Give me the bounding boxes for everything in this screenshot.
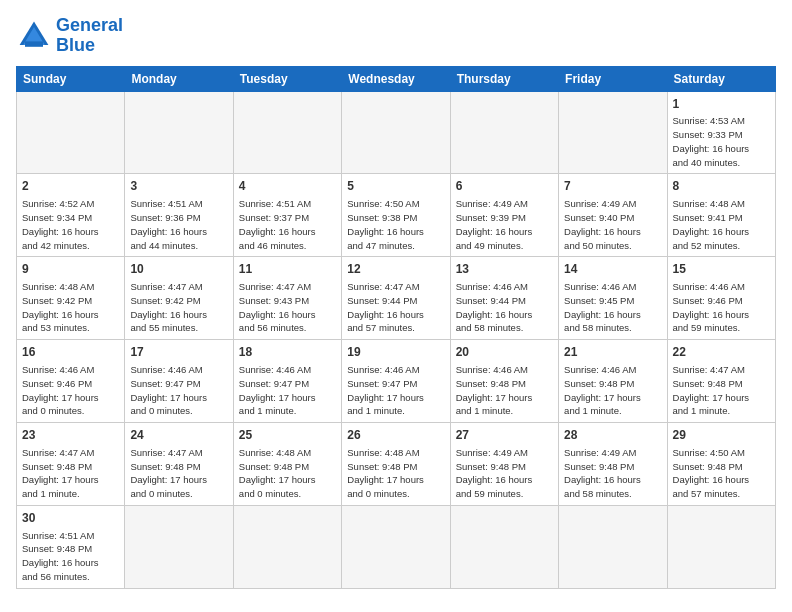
day-info: Sunrise: 4:47 AM Sunset: 9:42 PM Dayligh…	[130, 280, 227, 335]
calendar-cell: 19Sunrise: 4:46 AM Sunset: 9:47 PM Dayli…	[342, 340, 450, 423]
calendar-cell: 5Sunrise: 4:50 AM Sunset: 9:38 PM Daylig…	[342, 174, 450, 257]
day-info: Sunrise: 4:53 AM Sunset: 9:33 PM Dayligh…	[673, 114, 770, 169]
day-number: 25	[239, 427, 336, 444]
calendar-cell: 27Sunrise: 4:49 AM Sunset: 9:48 PM Dayli…	[450, 423, 558, 506]
day-number: 2	[22, 178, 119, 195]
day-info: Sunrise: 4:47 AM Sunset: 9:48 PM Dayligh…	[673, 363, 770, 418]
day-info: Sunrise: 4:46 AM Sunset: 9:47 PM Dayligh…	[347, 363, 444, 418]
calendar-cell	[233, 91, 341, 174]
day-info: Sunrise: 4:48 AM Sunset: 9:42 PM Dayligh…	[22, 280, 119, 335]
day-number: 18	[239, 344, 336, 361]
day-number: 4	[239, 178, 336, 195]
day-info: Sunrise: 4:47 AM Sunset: 9:48 PM Dayligh…	[130, 446, 227, 501]
day-info: Sunrise: 4:46 AM Sunset: 9:48 PM Dayligh…	[456, 363, 553, 418]
calendar-cell: 16Sunrise: 4:46 AM Sunset: 9:46 PM Dayli…	[17, 340, 125, 423]
day-info: Sunrise: 4:49 AM Sunset: 9:48 PM Dayligh…	[564, 446, 661, 501]
day-number: 14	[564, 261, 661, 278]
day-info: Sunrise: 4:46 AM Sunset: 9:46 PM Dayligh…	[673, 280, 770, 335]
day-info: Sunrise: 4:46 AM Sunset: 9:44 PM Dayligh…	[456, 280, 553, 335]
day-info: Sunrise: 4:50 AM Sunset: 9:48 PM Dayligh…	[673, 446, 770, 501]
day-number: 19	[347, 344, 444, 361]
day-info: Sunrise: 4:46 AM Sunset: 9:47 PM Dayligh…	[239, 363, 336, 418]
calendar-cell: 12Sunrise: 4:47 AM Sunset: 9:44 PM Dayli…	[342, 257, 450, 340]
day-number: 12	[347, 261, 444, 278]
weekday-header-monday: Monday	[125, 66, 233, 91]
calendar-week-row: 23Sunrise: 4:47 AM Sunset: 9:48 PM Dayli…	[17, 423, 776, 506]
day-number: 20	[456, 344, 553, 361]
calendar-week-row: 9Sunrise: 4:48 AM Sunset: 9:42 PM Daylig…	[17, 257, 776, 340]
calendar-cell: 25Sunrise: 4:48 AM Sunset: 9:48 PM Dayli…	[233, 423, 341, 506]
calendar-cell: 28Sunrise: 4:49 AM Sunset: 9:48 PM Dayli…	[559, 423, 667, 506]
weekday-header-row: SundayMondayTuesdayWednesdayThursdayFrid…	[17, 66, 776, 91]
weekday-header-saturday: Saturday	[667, 66, 775, 91]
calendar-week-row: 30Sunrise: 4:51 AM Sunset: 9:48 PM Dayli…	[17, 505, 776, 588]
calendar-cell: 15Sunrise: 4:46 AM Sunset: 9:46 PM Dayli…	[667, 257, 775, 340]
day-info: Sunrise: 4:46 AM Sunset: 9:45 PM Dayligh…	[564, 280, 661, 335]
calendar-cell	[450, 505, 558, 588]
day-info: Sunrise: 4:47 AM Sunset: 9:43 PM Dayligh…	[239, 280, 336, 335]
day-info: Sunrise: 4:51 AM Sunset: 9:48 PM Dayligh…	[22, 529, 119, 584]
day-info: Sunrise: 4:52 AM Sunset: 9:34 PM Dayligh…	[22, 197, 119, 252]
calendar-cell: 20Sunrise: 4:46 AM Sunset: 9:48 PM Dayli…	[450, 340, 558, 423]
calendar-cell	[233, 505, 341, 588]
day-number: 15	[673, 261, 770, 278]
calendar-cell: 8Sunrise: 4:48 AM Sunset: 9:41 PM Daylig…	[667, 174, 775, 257]
day-info: Sunrise: 4:50 AM Sunset: 9:38 PM Dayligh…	[347, 197, 444, 252]
calendar-cell: 6Sunrise: 4:49 AM Sunset: 9:39 PM Daylig…	[450, 174, 558, 257]
calendar-cell: 1Sunrise: 4:53 AM Sunset: 9:33 PM Daylig…	[667, 91, 775, 174]
calendar-cell: 21Sunrise: 4:46 AM Sunset: 9:48 PM Dayli…	[559, 340, 667, 423]
day-number: 1	[673, 96, 770, 113]
day-number: 16	[22, 344, 119, 361]
day-number: 23	[22, 427, 119, 444]
weekday-header-tuesday: Tuesday	[233, 66, 341, 91]
calendar-cell	[559, 505, 667, 588]
logo-text: GeneralBlue	[56, 16, 123, 56]
day-number: 8	[673, 178, 770, 195]
day-number: 9	[22, 261, 119, 278]
calendar-cell: 3Sunrise: 4:51 AM Sunset: 9:36 PM Daylig…	[125, 174, 233, 257]
logo-icon	[16, 18, 52, 54]
calendar-cell	[342, 505, 450, 588]
svg-rect-2	[25, 41, 43, 46]
calendar-cell	[450, 91, 558, 174]
weekday-header-friday: Friday	[559, 66, 667, 91]
calendar-cell: 18Sunrise: 4:46 AM Sunset: 9:47 PM Dayli…	[233, 340, 341, 423]
day-info: Sunrise: 4:48 AM Sunset: 9:41 PM Dayligh…	[673, 197, 770, 252]
calendar-cell	[17, 91, 125, 174]
day-info: Sunrise: 4:48 AM Sunset: 9:48 PM Dayligh…	[239, 446, 336, 501]
calendar-cell: 22Sunrise: 4:47 AM Sunset: 9:48 PM Dayli…	[667, 340, 775, 423]
calendar-cell: 14Sunrise: 4:46 AM Sunset: 9:45 PM Dayli…	[559, 257, 667, 340]
day-number: 5	[347, 178, 444, 195]
day-number: 26	[347, 427, 444, 444]
calendar-cell: 10Sunrise: 4:47 AM Sunset: 9:42 PM Dayli…	[125, 257, 233, 340]
calendar-cell: 29Sunrise: 4:50 AM Sunset: 9:48 PM Dayli…	[667, 423, 775, 506]
day-number: 11	[239, 261, 336, 278]
calendar-cell: 4Sunrise: 4:51 AM Sunset: 9:37 PM Daylig…	[233, 174, 341, 257]
calendar-cell: 26Sunrise: 4:48 AM Sunset: 9:48 PM Dayli…	[342, 423, 450, 506]
calendar-cell: 24Sunrise: 4:47 AM Sunset: 9:48 PM Dayli…	[125, 423, 233, 506]
day-number: 3	[130, 178, 227, 195]
calendar-cell: 30Sunrise: 4:51 AM Sunset: 9:48 PM Dayli…	[17, 505, 125, 588]
day-number: 7	[564, 178, 661, 195]
weekday-header-sunday: Sunday	[17, 66, 125, 91]
calendar-cell: 13Sunrise: 4:46 AM Sunset: 9:44 PM Dayli…	[450, 257, 558, 340]
calendar-cell: 17Sunrise: 4:46 AM Sunset: 9:47 PM Dayli…	[125, 340, 233, 423]
calendar-cell	[559, 91, 667, 174]
calendar-week-row: 16Sunrise: 4:46 AM Sunset: 9:46 PM Dayli…	[17, 340, 776, 423]
logo: GeneralBlue	[16, 16, 123, 56]
day-info: Sunrise: 4:46 AM Sunset: 9:47 PM Dayligh…	[130, 363, 227, 418]
day-info: Sunrise: 4:49 AM Sunset: 9:39 PM Dayligh…	[456, 197, 553, 252]
day-info: Sunrise: 4:51 AM Sunset: 9:37 PM Dayligh…	[239, 197, 336, 252]
day-number: 6	[456, 178, 553, 195]
calendar-cell: 7Sunrise: 4:49 AM Sunset: 9:40 PM Daylig…	[559, 174, 667, 257]
day-info: Sunrise: 4:46 AM Sunset: 9:48 PM Dayligh…	[564, 363, 661, 418]
calendar-week-row: 1Sunrise: 4:53 AM Sunset: 9:33 PM Daylig…	[17, 91, 776, 174]
day-number: 27	[456, 427, 553, 444]
day-number: 10	[130, 261, 227, 278]
calendar-table: SundayMondayTuesdayWednesdayThursdayFrid…	[16, 66, 776, 589]
page-header: GeneralBlue	[16, 16, 776, 56]
day-number: 21	[564, 344, 661, 361]
weekday-header-wednesday: Wednesday	[342, 66, 450, 91]
day-number: 29	[673, 427, 770, 444]
calendar-cell: 23Sunrise: 4:47 AM Sunset: 9:48 PM Dayli…	[17, 423, 125, 506]
